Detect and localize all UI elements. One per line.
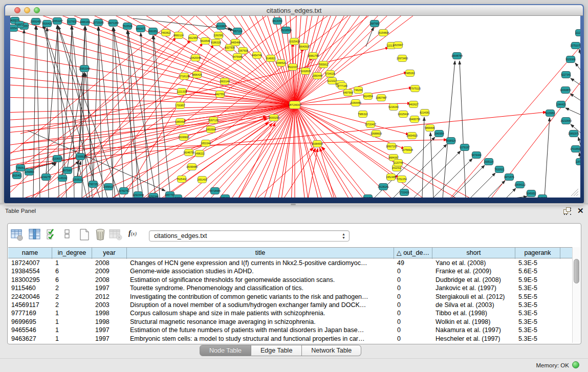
table-cell[interactable]: 5.3E-5 bbox=[515, 335, 560, 343]
table-cell[interactable]: 9463627 bbox=[8, 335, 52, 343]
table-cell[interactable]: 2008 bbox=[92, 276, 127, 284]
graph-edge[interactable] bbox=[295, 16, 580, 105]
graph-edge[interactable] bbox=[565, 108, 580, 115]
table-cell[interactable]: 0 bbox=[394, 301, 432, 309]
table-header[interactable]: namein_degreeyeartitle△ out_de…shortpage… bbox=[8, 247, 573, 258]
table-cell[interactable]: 1998 bbox=[92, 318, 127, 326]
table-vertical-scrollbar[interactable] bbox=[572, 247, 580, 343]
table-cell[interactable]: 2 bbox=[52, 301, 92, 309]
rows-icon[interactable] bbox=[63, 228, 72, 242]
table-cell[interactable]: 1 bbox=[52, 259, 92, 267]
select-rows-icon[interactable] bbox=[46, 228, 58, 242]
table-cell[interactable]: 0 bbox=[394, 326, 432, 334]
column-header-name[interactable]: name bbox=[8, 248, 52, 259]
graph-edge[interactable] bbox=[295, 105, 580, 198]
table-cell[interactable]: Jankovic et al. (1997) bbox=[432, 284, 515, 292]
table-cell[interactable]: Estimation of the future numbers of pati… bbox=[127, 326, 394, 334]
table-cell[interactable]: Stergiakouli et al. (2012) bbox=[432, 293, 515, 301]
delete-table-icon[interactable] bbox=[109, 228, 123, 242]
graph-edge[interactable] bbox=[545, 118, 550, 198]
table-row[interactable]: 1872400712008Changes of HCN gene express… bbox=[8, 259, 573, 267]
table-cell[interactable]: 9465546 bbox=[8, 326, 52, 334]
tab-network-table[interactable]: Network Table bbox=[302, 345, 361, 356]
graph-edge[interactable] bbox=[164, 122, 269, 198]
table-cell[interactable]: 1 bbox=[52, 318, 92, 326]
table-row[interactable]: 1938455462009Genome-wide association stu… bbox=[8, 267, 573, 275]
table-cell[interactable]: 0 bbox=[394, 284, 432, 292]
split-pane-grip[interactable] bbox=[291, 204, 296, 205]
table-cell[interactable]: Structural magnetic resonance image aver… bbox=[127, 318, 394, 326]
table-cell[interactable]: Estimation of significance thresholds fo… bbox=[127, 276, 394, 284]
table-cell[interactable]: 18300295 bbox=[8, 276, 52, 284]
table-cell[interactable]: 5.3E-5 bbox=[515, 309, 560, 317]
graph-edge[interactable] bbox=[295, 105, 387, 198]
table-cell[interactable]: 2 bbox=[52, 284, 92, 292]
graph-edge[interactable] bbox=[422, 117, 424, 198]
table-cell[interactable]: 0 bbox=[394, 318, 432, 326]
graph-edge[interactable] bbox=[20, 112, 547, 164]
column-header-short[interactable]: short bbox=[432, 248, 515, 259]
network-graph-canvas[interactable]: 2493557206914065916428106532871527602646… bbox=[10, 16, 580, 198]
table-row[interactable]: 977716911998Corpus callosum shape and si… bbox=[8, 309, 573, 317]
graph-edge[interactable] bbox=[488, 181, 505, 198]
tab-edge-table[interactable]: Edge Table bbox=[251, 345, 302, 356]
column-header-in_degree[interactable]: in_degree bbox=[52, 248, 92, 259]
table-cell[interactable]: Changes of HCN gene expression and I(f) … bbox=[127, 259, 394, 267]
graph-edge[interactable] bbox=[574, 191, 578, 196]
graph-edge[interactable] bbox=[322, 147, 363, 198]
column-header-out_de[interactable]: △ out_de… bbox=[394, 248, 432, 259]
table-cell[interactable]: Disruption of a novel member of a sodium… bbox=[127, 301, 394, 309]
column-edit-icon[interactable] bbox=[29, 228, 42, 242]
function-builder-icon[interactable]: f(x) bbox=[128, 229, 137, 237]
table-cell[interactable]: 5.3E-5 bbox=[515, 301, 560, 309]
table-cell[interactable]: Tibbo et al. (1998) bbox=[432, 309, 515, 317]
graph-edge[interactable] bbox=[114, 28, 124, 187]
table-cell[interactable]: Nakamura et al. (1997) bbox=[432, 326, 515, 334]
table-row[interactable]: 1456911722003Disruption of a novel membe… bbox=[8, 301, 573, 309]
table-cell[interactable]: 1997 bbox=[92, 335, 127, 343]
table-cell[interactable]: 14569117 bbox=[8, 301, 52, 309]
graph-edge[interactable] bbox=[295, 105, 580, 198]
table-cell[interactable]: Corpus callosum shape and size in male p… bbox=[127, 309, 394, 317]
table-cell[interactable]: Franke et al. (2009) bbox=[432, 267, 515, 275]
graph-edge[interactable] bbox=[295, 16, 580, 105]
graph-edge[interactable] bbox=[238, 123, 275, 198]
tab-node-table[interactable]: Node Table bbox=[200, 345, 251, 356]
table-cell[interactable]: 1 bbox=[52, 309, 92, 317]
new-document-icon[interactable] bbox=[78, 228, 92, 242]
graph-edge[interactable] bbox=[203, 123, 272, 198]
graph-edge[interactable] bbox=[506, 188, 516, 198]
table-cell[interactable]: 18724007 bbox=[8, 259, 52, 267]
table-cell[interactable]: 5.3E-5 bbox=[515, 259, 560, 267]
table-cell[interactable]: 0 bbox=[394, 335, 432, 343]
column-header-pagerank[interactable]: pagerank bbox=[515, 248, 560, 259]
table-cell[interactable]: Hescheler et al. (1997) bbox=[432, 335, 515, 343]
table-row[interactable]: 911546021997Tourette syndrome. Phenomeno… bbox=[8, 284, 573, 292]
column-header-title[interactable]: title bbox=[127, 248, 394, 259]
table-cell[interactable]: 1998 bbox=[92, 309, 127, 317]
table-cell[interactable]: 9699695 bbox=[8, 318, 52, 326]
table-cell[interactable]: 1997 bbox=[92, 284, 127, 292]
graph-edge[interactable] bbox=[72, 26, 90, 198]
graph-edge[interactable] bbox=[575, 63, 580, 70]
graph-edge[interactable] bbox=[295, 16, 580, 105]
table-cell[interactable]: 2008 bbox=[92, 259, 127, 267]
table-cell[interactable]: 5.9E-5 bbox=[515, 276, 560, 284]
table-cell[interactable]: Embryonic stem cells: a model to study s… bbox=[127, 335, 394, 343]
graph-edge[interactable] bbox=[295, 16, 544, 105]
table-cell[interactable]: 2012 bbox=[92, 293, 127, 301]
graph-edge[interactable] bbox=[82, 26, 85, 198]
table-cell[interactable]: 19384554 bbox=[8, 267, 52, 275]
graph-edge[interactable] bbox=[29, 163, 55, 169]
scrollbar-thumb[interactable] bbox=[574, 259, 579, 283]
table-row[interactable]: 946554611997Estimation of the future num… bbox=[8, 326, 573, 334]
table-cell[interactable]: 0 bbox=[394, 276, 432, 284]
graph-edge[interactable] bbox=[295, 16, 580, 105]
graph-edge[interactable] bbox=[128, 31, 138, 191]
table-cell[interactable]: 6 bbox=[52, 267, 92, 275]
table-cell[interactable]: 2 bbox=[52, 293, 92, 301]
graph-edge[interactable] bbox=[295, 105, 580, 198]
graph-edge[interactable] bbox=[578, 137, 580, 145]
table-cell[interactable]: Yano et al. (2008) bbox=[432, 259, 515, 267]
table-cell[interactable]: 5.5E-5 bbox=[515, 293, 560, 301]
